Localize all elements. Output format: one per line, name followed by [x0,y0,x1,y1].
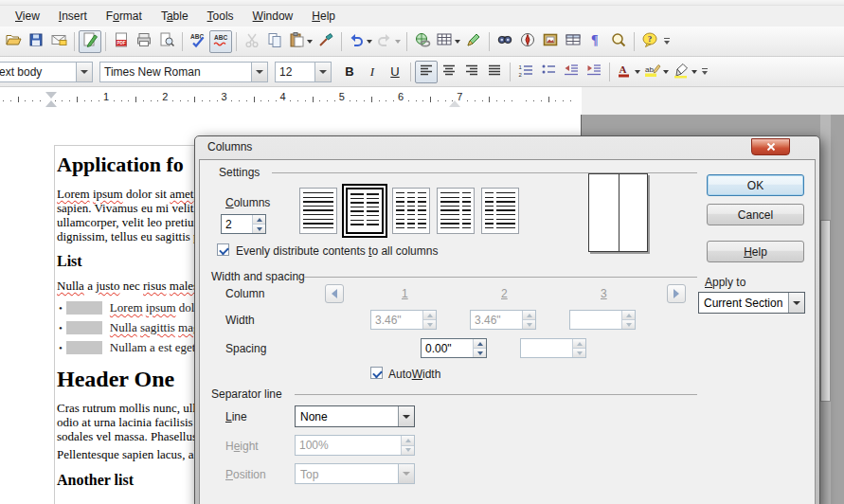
ruler[interactable]: 1234567 [0,87,582,115]
indent-marker-left-bottom-icon[interactable] [45,100,57,107]
autowidth-checkbox[interactable] [370,367,383,379]
vertical-scrollbar[interactable] [820,115,831,504]
bullet-list-button[interactable] [537,61,560,83]
menu-tools[interactable]: Tools [198,7,243,26]
draw-functions-button[interactable] [462,30,485,53]
help-button[interactable]: Help [707,241,804,262]
spin-up-icon[interactable] [474,339,486,348]
format-paintbrush-button[interactable] [314,30,337,53]
paragraph-style-combo[interactable]: ext body [0,62,93,82]
spacing-1-field[interactable]: 0.00" [421,338,487,358]
ok-button[interactable]: OK [707,174,804,196]
justify-button[interactable] [483,61,506,83]
width-column2-field[interactable]: 3.46" [470,310,536,330]
width-column3-field[interactable] [569,310,636,330]
paste-button[interactable] [286,30,314,53]
spin-up-icon[interactable] [622,311,635,319]
redo-button[interactable] [374,30,403,53]
underline-button[interactable]: U [384,61,406,83]
menu-table[interactable]: Table [152,7,198,26]
cancel-button[interactable]: Cancel [707,204,804,225]
height-field[interactable]: 100% [295,435,415,456]
indent-marker-right-icon[interactable] [449,100,460,107]
data-sources-button[interactable] [562,30,584,53]
print-button[interactable] [133,30,155,53]
spin-up-icon[interactable] [423,311,436,319]
open-button[interactable] [2,30,25,53]
italic-button[interactable]: I [361,61,384,83]
toolbar-overflow-button[interactable] [661,30,673,53]
formatting-marks-button[interactable]: ¶ [584,30,607,53]
spin-up-icon[interactable] [253,215,265,224]
scrollbar-thumb[interactable] [820,220,831,402]
edit-file-button[interactable] [79,30,101,53]
spin-down-icon[interactable] [402,445,414,456]
distribute-checkbox[interactable] [217,243,229,256]
preset-one-column[interactable] [299,188,337,234]
chevron-down-icon[interactable] [788,293,804,313]
list-item-graphic[interactable] [66,301,102,315]
indent-marker-left-icon[interactable] [45,92,57,99]
spin-up-icon[interactable] [523,311,535,319]
chevron-down-icon[interactable] [251,63,267,81]
background-color-button[interactable] [671,61,699,83]
previous-column-button[interactable] [325,284,344,303]
list-item-graphic[interactable] [66,321,102,334]
preset-two-columns-wide-right[interactable] [481,188,519,234]
chevron-down-icon[interactable] [455,40,460,44]
spin-down-icon[interactable] [523,319,535,329]
spin-down-icon[interactable] [423,319,436,329]
spin-down-icon[interactable] [474,348,486,357]
chevron-down-icon[interactable] [395,40,401,44]
font-name-combo[interactable]: Times New Roman [99,62,268,82]
spin-down-icon[interactable] [622,319,635,329]
help-button[interactable]: ? [638,30,661,53]
export-pdf-button[interactable]: PDF [110,30,133,53]
spacing-2-field[interactable] [520,338,586,358]
email-button[interactable] [47,30,70,53]
position-dropdown[interactable]: Top [295,463,415,484]
find-replace-button[interactable] [494,30,516,53]
spin-down-icon[interactable] [573,348,585,357]
menu-help[interactable]: Help [302,7,345,26]
align-left-button[interactable] [415,61,438,83]
chevron-down-icon[interactable] [635,70,640,74]
chevron-down-icon[interactable] [307,40,313,44]
hyperlink-button[interactable] [411,30,434,53]
auto-spellcheck-button[interactable]: ABC [209,30,232,53]
chevron-down-icon[interactable] [76,63,92,81]
chevron-down-icon[interactable] [691,70,697,74]
align-center-button[interactable] [438,61,460,83]
undo-button[interactable] [346,30,374,53]
spin-down-icon[interactable] [253,224,265,233]
navigator-button[interactable] [516,30,539,53]
menu-window[interactable]: Window [243,7,303,26]
width-column1-field[interactable]: 3.46" [370,310,437,330]
list-item-graphic[interactable] [66,341,102,354]
toolbar-overflow-button[interactable] [699,61,710,83]
chevron-down-icon[interactable] [367,40,372,44]
font-color-button[interactable]: A [614,61,642,83]
close-button[interactable] [751,138,790,155]
next-column-button[interactable] [667,284,686,303]
cut-button[interactable] [241,30,263,53]
increase-indent-button[interactable] [583,61,605,83]
copy-button[interactable] [263,30,286,53]
chevron-down-icon[interactable] [663,70,669,74]
chevron-down-icon[interactable] [314,63,331,81]
decrease-indent-button[interactable] [560,61,583,83]
align-right-button[interactable] [460,61,483,83]
preset-three-columns[interactable] [392,188,430,234]
spelling-button[interactable]: ABC [187,30,209,53]
menu-insert[interactable]: Insert [49,7,97,26]
spin-up-icon[interactable] [402,436,414,445]
table-button[interactable] [434,30,462,53]
font-size-combo[interactable]: 12 [275,62,332,82]
columns-count-field[interactable]: 2 [221,214,266,234]
numbered-list-button[interactable]: 12 [514,61,537,83]
menu-format[interactable]: Format [97,7,152,26]
apply-to-dropdown[interactable]: Current Section [698,292,805,314]
preset-two-columns-wide-left[interactable] [437,188,475,234]
page-preview-button[interactable] [155,30,178,53]
menu-view[interactable]: View [6,7,49,26]
